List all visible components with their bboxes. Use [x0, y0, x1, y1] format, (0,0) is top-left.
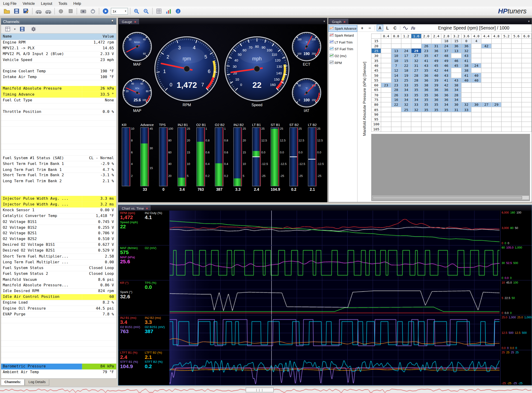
table-cell[interactable] [512, 78, 522, 83]
table-cell[interactable]: 36 [421, 73, 431, 78]
table-cell[interactable]: 34 [441, 102, 451, 107]
table-cell[interactable]: 36 [441, 98, 451, 102]
row-header[interactable]: 100 [371, 122, 381, 127]
channel-config-icon[interactable] [3, 25, 12, 33]
write-vehicle-icon[interactable] [44, 7, 53, 15]
strip-waveform-canvas[interactable] [170, 246, 499, 280]
table-cell[interactable] [431, 117, 441, 122]
channel-row[interactable]: EVAP Purge7.8 % [1, 311, 116, 317]
channel-row[interactable]: Catalytic Converter Temp1,418 °F [1, 213, 116, 219]
table-cell[interactable]: 28 [411, 73, 421, 78]
channel-row[interactable]: Fuel System Status 2Closed Loop [1, 271, 116, 277]
table-cell[interactable] [512, 53, 522, 58]
table-cell[interactable] [401, 44, 411, 48]
table-cell[interactable] [481, 117, 492, 122]
table-cell[interactable]: 29 [492, 102, 502, 107]
col-header[interactable]: 6.0 [521, 34, 532, 39]
table-cell[interactable]: 46 [451, 58, 461, 63]
table-cell[interactable] [441, 127, 451, 132]
table-cell[interactable] [512, 127, 522, 132]
row-header[interactable]: 25 [371, 48, 381, 53]
table-cell[interactable]: 28 [451, 92, 461, 97]
tab-log-details[interactable]: Log Details [25, 379, 49, 386]
save-log-icon[interactable] [12, 7, 21, 15]
table-cell[interactable] [521, 127, 532, 132]
table-cell[interactable]: 13 [391, 48, 401, 53]
table-cell[interactable]: 41 [461, 58, 471, 63]
table-cell[interactable] [501, 68, 512, 73]
row-header[interactable]: 60 [371, 83, 381, 88]
table-cell[interactable]: 40 [471, 73, 481, 78]
channel-row[interactable]: Knock Sensor 10.00 V [1, 207, 116, 213]
table-cell[interactable]: 39 [431, 83, 441, 88]
table-cell[interactable]: 35 [431, 102, 441, 107]
table-cell[interactable] [492, 58, 502, 63]
table-cell[interactable]: 44 [441, 68, 451, 73]
col-header[interactable]: 5.2 [501, 34, 512, 39]
table-cell[interactable] [471, 107, 481, 112]
col-header[interactable]: 2.0 [421, 34, 431, 39]
table-cell[interactable]: 32 [461, 48, 471, 53]
channel-row[interactable]: Vehicle Speed23 mph [1, 57, 116, 63]
table-cell[interactable]: 27 [411, 68, 421, 73]
table-cell[interactable] [512, 98, 522, 102]
snapshot-icon[interactable] [78, 7, 88, 15]
table-cell[interactable] [521, 48, 532, 53]
table-cell[interactable]: 10 [391, 53, 401, 58]
close-icon[interactable]: × [134, 20, 136, 24]
table-cell[interactable]: 32 [411, 107, 421, 112]
table-cell[interactable] [471, 53, 481, 58]
table-cell[interactable] [521, 39, 532, 44]
table-cell[interactable]: 35 [431, 107, 441, 112]
table-cell[interactable] [461, 83, 471, 88]
row-header[interactable]: 15 [371, 39, 381, 44]
table-cell[interactable]: 4 [471, 39, 481, 44]
table-cell[interactable]: 39 [431, 78, 441, 83]
table-cell[interactable] [421, 39, 431, 44]
table-cell[interactable] [512, 73, 522, 78]
table-cell[interactable]: 34 [451, 98, 461, 102]
close-icon[interactable]: × [343, 20, 346, 24]
table-cell[interactable]: 36 [421, 88, 431, 92]
save-channels-icon[interactable] [17, 25, 27, 33]
table-cell[interactable] [521, 53, 532, 58]
table-cell[interactable]: 42 [441, 83, 451, 88]
table-cell[interactable] [451, 122, 461, 127]
table-cell[interactable]: 36 [431, 88, 441, 92]
table-cell[interactable]: 35 [421, 92, 431, 97]
menu-log-file[interactable]: Log File [0, 0, 19, 6]
table-cell[interactable] [492, 88, 502, 92]
strip-waveform-canvas[interactable] [170, 350, 499, 385]
table-cell[interactable] [501, 127, 512, 132]
channel-row[interactable]: Manifold Vacuum8.6 psi [1, 277, 116, 283]
table-cell[interactable] [521, 122, 532, 127]
table-cell[interactable]: 45 [451, 63, 461, 68]
table-cell[interactable]: 33 [401, 83, 411, 88]
table-cell[interactable] [492, 78, 502, 83]
table-cell[interactable]: 34 [401, 88, 411, 92]
table-cell[interactable] [501, 48, 512, 53]
row-header[interactable]: 70 [371, 92, 381, 97]
table-cell[interactable] [492, 117, 502, 122]
table-cell[interactable] [492, 48, 502, 53]
table-cell[interactable]: 32 [401, 102, 411, 107]
table-cell[interactable] [512, 48, 522, 53]
table-cell[interactable] [391, 122, 401, 127]
table-cell[interactable] [512, 68, 522, 73]
table-cell[interactable] [411, 39, 421, 44]
table-cell[interactable] [381, 122, 391, 127]
col-header[interactable]: 2.8 [441, 34, 451, 39]
table-cell[interactable] [492, 127, 502, 132]
table-cell[interactable]: 32 [411, 58, 421, 63]
table-cell[interactable]: 25 [401, 107, 411, 112]
table-cell[interactable]: 35 [421, 98, 431, 102]
table-cell[interactable] [381, 92, 391, 97]
table-cell[interactable]: 35 [421, 53, 431, 58]
table-cell[interactable]: 23 [391, 83, 401, 88]
table-cell[interactable] [471, 58, 481, 63]
table-cell[interactable] [461, 122, 471, 127]
read-vehicle-icon[interactable] [34, 7, 44, 15]
table-cell[interactable]: 19 [401, 73, 411, 78]
table-cell[interactable]: 31 [411, 63, 421, 68]
channel-row[interactable]: Engine RPM1,472 rpm [1, 40, 116, 45]
